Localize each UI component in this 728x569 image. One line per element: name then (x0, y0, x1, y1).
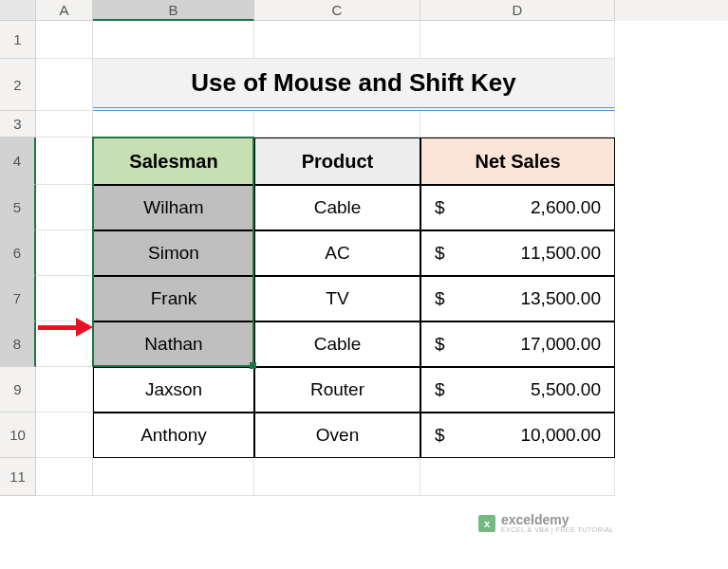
cell-product-6[interactable]: Oven (254, 413, 420, 458)
row-header-7[interactable]: 7 (0, 276, 36, 321)
cell-salesman-6[interactable]: Anthony (93, 413, 254, 458)
cell-salesman-4[interactable]: Nathan (93, 321, 254, 367)
currency-symbol: $ (435, 288, 445, 309)
cell-salesman-5[interactable]: Jaxson (93, 367, 254, 413)
cell-sales-3[interactable]: $13,500.00 (420, 276, 615, 321)
cell-d11[interactable] (420, 458, 615, 496)
cell-b11[interactable] (93, 458, 254, 496)
cell-product-1[interactable]: Cable (254, 185, 420, 230)
sales-value: 17,000.00 (520, 334, 601, 355)
cell-b1[interactable] (93, 21, 254, 59)
row-header-6[interactable]: 6 (0, 230, 36, 276)
cell-salesman-1[interactable]: Wilham (93, 185, 254, 230)
cell-sales-1[interactable]: $2,600.00 (420, 185, 615, 230)
cell-sales-4[interactable]: $17,000.00 (420, 321, 615, 367)
cell-salesman-3[interactable]: Frank (93, 276, 254, 321)
cell-sales-5[interactable]: $5,500.00 (420, 367, 615, 413)
sales-value: 11,500.00 (520, 243, 601, 264)
currency-symbol: $ (435, 197, 445, 218)
cell-a7[interactable] (36, 276, 93, 321)
cell-a5[interactable] (36, 185, 93, 230)
sales-value: 10,000.00 (520, 425, 601, 446)
arrow-head-icon (76, 318, 93, 337)
cell-product-4[interactable]: Cable (254, 321, 420, 367)
cell-d3[interactable] (420, 111, 615, 138)
row-header-8[interactable]: 8 (0, 321, 36, 367)
cell-b3[interactable] (93, 111, 254, 138)
cell-salesman-2[interactable]: Simon (93, 230, 254, 276)
row-header-3[interactable]: 3 (0, 111, 36, 138)
cell-product-2[interactable]: AC (254, 230, 420, 276)
cell-a11[interactable] (36, 458, 93, 496)
column-header-d[interactable]: D (420, 0, 615, 21)
watermark-subtitle: EXCEL & VBA | FREE TUTORIAL (501, 526, 614, 533)
row-header-11[interactable]: 11 (0, 458, 36, 496)
currency-symbol: $ (435, 379, 445, 400)
cell-product-3[interactable]: TV (254, 276, 420, 321)
header-salesman[interactable]: Salesman (93, 138, 254, 185)
cell-product-5[interactable]: Router (254, 367, 420, 413)
spreadsheet: A B C D 1 2 3 4 5 6 7 8 9 10 11 (0, 0, 728, 569)
select-all-corner[interactable] (0, 0, 36, 21)
watermark: x exceldemy EXCEL & VBA | FREE TUTORIAL (478, 513, 614, 533)
cells-grid: Use of Mouse and Shift Key Salesman Prod… (36, 21, 728, 496)
currency-symbol: $ (435, 425, 445, 446)
row-header-5[interactable]: 5 (0, 185, 36, 230)
watermark-icon: x (478, 515, 495, 532)
watermark-title: exceldemy (501, 513, 614, 526)
row-header-1[interactable]: 1 (0, 21, 36, 59)
currency-symbol: $ (435, 334, 445, 355)
title-cell[interactable]: Use of Mouse and Shift Key (93, 59, 615, 111)
currency-symbol: $ (435, 243, 445, 264)
cell-c3[interactable] (254, 111, 420, 138)
cell-d1[interactable] (420, 21, 615, 59)
column-header-c[interactable]: C (254, 0, 420, 21)
arrow-annotation (38, 318, 93, 337)
cell-a2[interactable] (36, 59, 93, 111)
row-header-10[interactable]: 10 (0, 413, 36, 458)
row-headers: 1 2 3 4 5 6 7 8 9 10 11 (0, 21, 36, 496)
cell-a9[interactable] (36, 367, 93, 413)
column-header-b[interactable]: B (93, 0, 254, 21)
column-headers-row: A B C D (0, 0, 728, 21)
header-netsales[interactable]: Net Sales (420, 138, 615, 185)
cell-sales-2[interactable]: $11,500.00 (420, 230, 615, 276)
cell-a6[interactable] (36, 230, 93, 276)
sales-value: 2,600.00 (531, 197, 601, 218)
column-header-a[interactable]: A (36, 0, 93, 21)
row-header-2[interactable]: 2 (0, 59, 36, 111)
cell-a1[interactable] (36, 21, 93, 59)
cell-a4[interactable] (36, 138, 93, 185)
sales-value: 5,500.00 (531, 379, 601, 400)
row-header-9[interactable]: 9 (0, 367, 36, 413)
cell-sales-6[interactable]: $10,000.00 (420, 413, 615, 458)
sales-value: 13,500.00 (520, 288, 601, 309)
row-header-4[interactable]: 4 (0, 138, 36, 185)
cell-c1[interactable] (254, 21, 420, 59)
arrow-line (38, 325, 76, 330)
cell-a3[interactable] (36, 111, 93, 138)
header-product[interactable]: Product (254, 138, 420, 185)
cell-a10[interactable] (36, 413, 93, 458)
cell-c11[interactable] (254, 458, 420, 496)
